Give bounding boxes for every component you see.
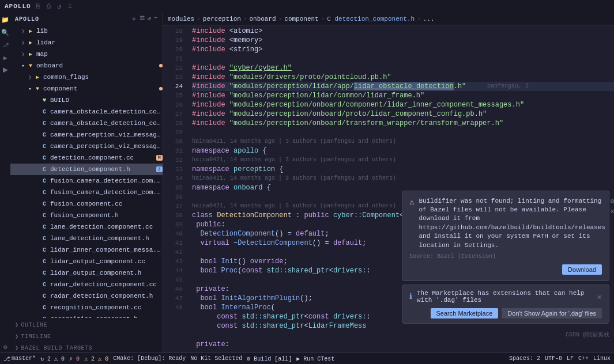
status-left: ⎇ master* ↻ 2 △ 0 ✗ 0 ⚠ 2 △ 0 CMake: [De…	[3, 355, 334, 362]
menu-bar: ⎘ ⎙ ↺ ≡	[36, 3, 72, 10]
encoding-text: UTF-8	[545, 355, 562, 362]
close-bazel-button[interactable]: ×	[610, 208, 614, 216]
sidebar-item-recog-h[interactable]: C recognition_component.h	[10, 313, 163, 318]
sidebar-item-cam-perc-2[interactable]: C camera_perception_viz_messag...	[10, 141, 163, 152]
line-num: 35	[163, 183, 183, 192]
sidebar-item-common-flags[interactable]: ❯ ▶ common_flags	[10, 71, 163, 83]
sidebar-item-recog-cc[interactable]: C recognition_component.cc	[10, 302, 163, 313]
sidebar-item-lib[interactable]: ❯ ▶ lib	[10, 25, 163, 37]
explorer-icon[interactable]: 📁	[1, 15, 10, 24]
sidebar-item-radar-h[interactable]: C radar_detection_component.h	[10, 290, 163, 302]
code-line-23: #include "modules/drivers/proto/pointclo…	[192, 73, 614, 82]
error-status[interactable]: ✗ 0	[69, 355, 80, 362]
chevron-right-icon: ❯	[15, 344, 19, 351]
c-file-icon: C	[40, 177, 48, 185]
kit-status[interactable]: No Kit Selected	[190, 355, 242, 362]
encoding-status[interactable]: UTF-8	[545, 355, 562, 362]
sidebar-item-fusion-cam-1[interactable]: C fusion_camera_detection_com...	[10, 175, 163, 187]
sidebar-item-cam-obs-1[interactable]: C camera_obstacle_detection_co...	[10, 106, 163, 117]
line-text	[192, 331, 614, 340]
sidebar-item-label: lane_detection_component.h	[50, 235, 163, 242]
git-branch-status[interactable]: ⎇ master*	[3, 355, 36, 362]
header-icon-1[interactable]: ⎘	[36, 3, 40, 10]
outline-section[interactable]: ❯ OUTLINE	[10, 320, 163, 329]
chevron-right-icon: ❯	[15, 321, 19, 328]
sidebar-item-lidar[interactable]: ❯ ▶ lidar	[10, 37, 163, 48]
line-num: 39	[163, 220, 183, 229]
timeline-section[interactable]: ❯ TIMELINE	[10, 332, 163, 341]
sidebar-item-fusion-cc[interactable]: C fusion_component.cc	[10, 198, 163, 210]
extensions-icon[interactable]: ⯈	[1, 66, 10, 75]
c-file-icon: C	[40, 304, 48, 312]
modified-badge	[159, 87, 163, 90]
sidebar-item-detection-h[interactable]: C detection_component.h z	[10, 164, 163, 175]
header-icon-4[interactable]: ≡	[68, 3, 72, 10]
debug-icon[interactable]: ▶	[1, 53, 10, 62]
sidebar-item-fusion-cam-2[interactable]: C fusion_camera_detection_com...	[10, 187, 163, 198]
close-dag-button[interactable]: ✕	[597, 292, 602, 302]
line-num: 21	[163, 54, 183, 63]
error-count: ✗ 0	[69, 355, 80, 362]
sidebar-item-lane-h[interactable]: C lane_detection_component.h	[10, 233, 163, 244]
sidebar-item-lidar-out-h[interactable]: C lidar_output_component.h	[10, 267, 163, 279]
sidebar-item-build[interactable]: ♥ BUILD	[10, 94, 163, 106]
cmake-status[interactable]: CMake: [Debug]: Ready	[113, 355, 186, 362]
spacer	[33, 131, 40, 138]
sidebar-item-cam-obs-2[interactable]: C camera_obstacle_detection_co...	[10, 117, 163, 129]
settings-icon[interactable]: ⚙	[1, 343, 10, 352]
build-status[interactable]: ⚙ Build [all]	[247, 355, 292, 362]
warning-status[interactable]: ⚠ 2 △ 0	[84, 355, 108, 362]
git-branch-icon: ⎇	[3, 355, 10, 362]
sidebar-item-component[interactable]: ▾ ▼ component	[10, 83, 163, 94]
code-line-20: #include <string>	[192, 45, 614, 54]
c-file-icon: C	[40, 315, 48, 318]
line-num: 30	[163, 137, 183, 146]
spacer	[33, 304, 40, 311]
spacer	[33, 154, 40, 161]
sidebar-item-radar-cc[interactable]: C radar_detection_component.cc	[10, 279, 163, 290]
new-folder-icon[interactable]: ☰	[140, 15, 145, 23]
bazel-section[interactable]: ❯ BAZEL BUILD TARGETS	[10, 343, 163, 352]
info-icon: ℹ	[409, 292, 412, 301]
sync-status[interactable]: ↻ 2 △ 0	[40, 355, 65, 362]
line-num: 24	[163, 82, 183, 91]
sidebar-item-onboard[interactable]: ▾ ▼ onboard	[10, 60, 163, 71]
spaces-status[interactable]: Spaces: 2	[509, 355, 540, 362]
new-file-icon[interactable]: ＋	[131, 15, 137, 23]
code-line-18: #include <atomic>	[192, 26, 614, 36]
search-marketplace-button[interactable]: Search Marketplace	[431, 308, 499, 318]
sidebar-item-label: lidar_output_component.h	[50, 270, 163, 276]
chevron-down-icon: ▾	[20, 62, 27, 69]
line-num: 20	[163, 45, 183, 54]
c-file-icon: C	[40, 234, 48, 242]
folder-icon: ▶	[27, 27, 35, 35]
line-num: 40	[163, 229, 183, 238]
line-text: #include <atomic>	[192, 26, 614, 36]
run-status[interactable]: ▶ Run CTest	[296, 355, 334, 362]
warning-icon: ⚠	[409, 197, 414, 207]
platform-status[interactable]: Linux	[593, 355, 611, 362]
eol-status[interactable]: LF	[567, 355, 574, 362]
collapse-icon[interactable]: −	[154, 15, 158, 23]
lang-status[interactable]: C++	[578, 355, 589, 362]
spacer	[33, 166, 40, 173]
sidebar-item-detection-cc[interactable]: C detection_component.cc M	[10, 152, 163, 164]
search-icon[interactable]: 🔍	[1, 28, 10, 37]
refresh-icon[interactable]: ↺	[148, 15, 152, 23]
sidebar-item-fusion-h[interactable]: C fusion_component.h	[10, 210, 163, 221]
notification-source: Source: Bazel (Extension)	[409, 253, 602, 260]
sidebar-item-label: lidar_inner_component_messa...	[50, 247, 163, 253]
sidebar-item-lidar-inner[interactable]: C lidar_inner_component_messa...	[10, 244, 163, 256]
dag-actions: Search Marketplace Don't Show Again for …	[409, 308, 602, 318]
dont-show-dag-button[interactable]: Don't Show Again for '.dag' files	[502, 308, 602, 318]
sidebar-item-cam-perc-1[interactable]: C camera_perception_viz_messag...	[10, 129, 163, 141]
git-icon[interactable]: ⎇	[1, 40, 10, 50]
settings-gear-icon[interactable]: ⚙	[610, 197, 614, 206]
line-numbers: 18 19 20 21 22 23 24 25 26 27 28 29 30 3…	[163, 25, 187, 352]
sidebar-item-map[interactable]: ❯ ▶ map	[10, 48, 163, 60]
header-icon-3[interactable]: ↺	[58, 3, 62, 10]
sidebar-item-lidar-out-cc[interactable]: C lidar_output_component.cc	[10, 256, 163, 267]
download-button[interactable]: Download	[562, 264, 602, 275]
sidebar-item-lane-cc[interactable]: C lane_detection_component.cc	[10, 221, 163, 233]
header-icon-2[interactable]: ⎙	[47, 3, 51, 10]
